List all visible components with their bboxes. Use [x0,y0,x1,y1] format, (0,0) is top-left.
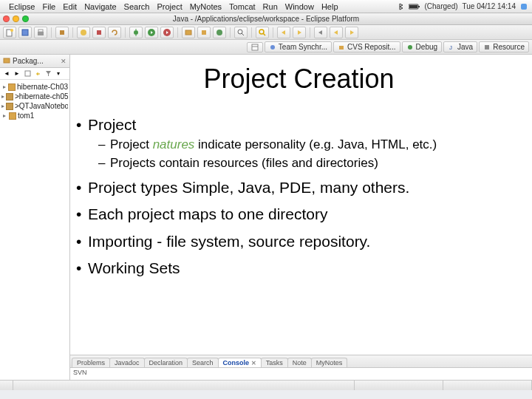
menu-file[interactable]: File [42,2,55,11]
view-close-button[interactable]: ✕ [61,58,66,65]
zoom-window-button[interactable] [22,16,29,22]
menu-run[interactable]: Run [263,2,278,11]
java-project-icon [6,103,13,110]
open-perspective-button[interactable] [247,42,263,52]
svg-marker-29 [334,30,338,35]
battery-icon[interactable] [409,2,420,10]
folder-icon [8,83,16,91]
filter-icon[interactable] [44,69,52,78]
project-item[interactable]: ▸ tom1 [1,111,68,120]
tab-note[interactable]: Note [287,358,312,367]
build-button[interactable] [55,27,69,38]
menu-project[interactable]: Project [157,2,182,11]
tomcat-start-button[interactable] [77,27,90,38]
expand-icon[interactable]: ▸ [1,83,7,90]
last-edit-button[interactable] [314,27,327,38]
search-button[interactable] [256,27,269,38]
run-button[interactable] [145,27,158,38]
expand-icon[interactable]: ▸ [1,112,7,119]
project-label: hibernate-Ch03 [17,83,68,91]
new-button[interactable] [3,27,16,38]
print-button[interactable] [34,27,47,38]
tab-tasks[interactable]: Tasks [261,358,288,367]
svg-point-5 [10,29,13,32]
project-label: >hibernate-ch05 [15,92,68,100]
external-tools-button[interactable] [160,27,174,38]
next-annotation-button[interactable] [293,27,306,38]
expand-icon[interactable]: ▸ [1,93,4,100]
open-type-button[interactable] [234,27,248,38]
spotlight-icon[interactable] [520,2,528,10]
bullet-working-sets: Working Sets [75,259,523,278]
project-item[interactable]: ▸ hibernate-Ch03 [1,82,68,92]
view-menu-icon[interactable]: ▾ [54,69,63,78]
link-editor-icon[interactable] [33,69,42,78]
svg-marker-40 [46,71,51,76]
tab-search[interactable]: Search [187,358,219,367]
bullet-project: Project Project natures indicate persona… [75,115,523,171]
svg-rect-31 [252,44,258,50]
tomcat-stop-button[interactable] [92,27,106,38]
menu-search[interactable]: Search [124,2,150,11]
new-java-project-button[interactable] [182,27,195,38]
sub-bullet-natures: Project natures indicate personality (e.… [88,137,523,152]
slide-content: Project Creation Project Project natures… [70,55,532,355]
new-class-button[interactable] [213,27,226,38]
back-button[interactable] [330,27,343,38]
menu-tomcat[interactable]: Tomcat [229,2,255,11]
menu-help[interactable]: Help [321,2,338,11]
tab-console[interactable]: Console ✕ [218,358,262,367]
console-body: SVN [70,368,532,380]
forward-button[interactable] [345,27,358,38]
perspective-label: CVS Reposit... [347,43,396,51]
slide-title: Project Creation [75,64,523,95]
tab-problems[interactable]: Problems [72,358,110,367]
perspective-cvs[interactable]: CVS Reposit... [333,41,400,52]
svg-marker-26 [282,30,285,35]
minimize-window-button[interactable] [13,16,19,22]
svg-rect-37 [485,45,489,50]
close-window-button[interactable] [3,16,10,22]
new-package-button[interactable] [197,27,211,38]
svg-rect-9 [60,30,64,35]
menu-edit[interactable]: Edit [63,2,77,11]
project-item[interactable]: ▸ >QTJavaNotebook [1,101,68,111]
save-button[interactable] [18,27,32,38]
tomcat-restart-button[interactable] [108,27,121,38]
expand-icon[interactable]: ▸ [1,103,4,109]
package-explorer-title: Packag... [13,57,44,65]
collapse-all-icon[interactable] [23,69,32,78]
perspective-label: Resource [493,43,525,51]
folder-icon [9,112,16,120]
back-icon[interactable]: ◄ [2,69,11,78]
perspective-debug[interactable]: Debug [402,41,442,52]
menu-window[interactable]: Window [285,2,314,11]
tab-mynotes[interactable]: MyNotes [311,358,348,367]
perspective-label: Team Synchr... [279,43,327,51]
project-item[interactable]: ▸ >hibernate-ch05 [1,92,68,101]
menu-eclipse[interactable]: Eclipse [9,2,35,11]
package-explorer-tab[interactable]: Packag... ✕ [0,55,69,68]
clock[interactable]: Tue 04/12 14:14 [463,2,516,10]
svg-rect-6 [22,30,28,35]
project-label: tom1 [18,112,34,120]
perspective-resource[interactable]: Resource [479,41,529,52]
tab-declaration[interactable]: Declaration [144,358,188,367]
tab-javadoc[interactable]: Javadoc [109,358,145,367]
menu-mynotes[interactable]: MyNotes [190,2,222,11]
window-titlebar: Java - /Applications/eclipse/workspace -… [0,13,532,25]
java-project-icon [6,93,13,100]
svg-point-21 [216,30,222,35]
menu-navigate[interactable]: Navigate [84,2,116,11]
tab-close-icon[interactable]: ✕ [251,360,256,366]
bullet-directory: Each project maps to one directory [75,205,523,224]
bluetooth-icon[interactable] [398,2,404,10]
perspective-team-sync[interactable]: Team Synchr... [265,41,332,52]
bottom-view-stack: Problems Javadoc Declaration Search Cons… [70,355,532,380]
perspective-java[interactable]: JJava [443,41,477,52]
debug-button[interactable] [129,27,143,38]
project-label: >QTJavaNotebook [15,102,68,110]
svg-rect-34 [339,46,344,50]
forward-icon[interactable]: ► [13,69,21,78]
prev-annotation-button[interactable] [277,27,290,38]
